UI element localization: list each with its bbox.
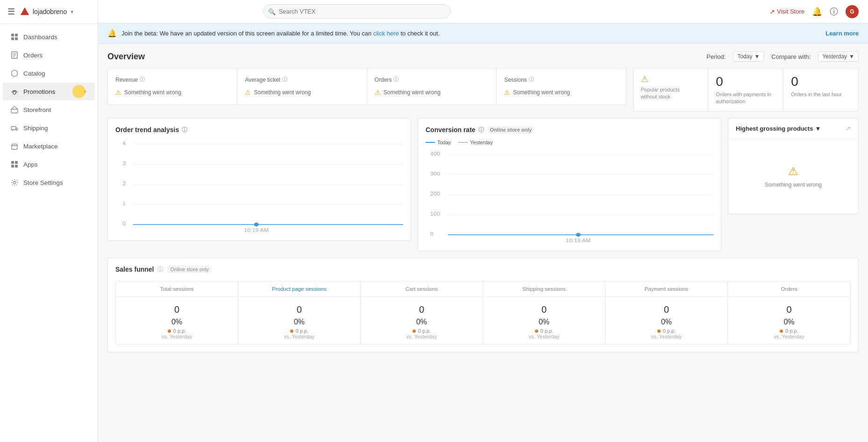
shipping-sessions-pp: 0 p.p. xyxy=(487,328,601,334)
funnel-orders-value: 0 0% 0 p.p. vs. Yesterday xyxy=(728,297,850,344)
y-label-3: 3 xyxy=(122,161,126,166)
conversion-rate-chart-area: 400 300 200 100 0 xyxy=(426,150,713,243)
beta-text-content: Join the beta: We have an updated versio… xyxy=(121,30,371,37)
conversion-rate-info-icon[interactable]: ⓘ xyxy=(478,126,484,134)
notifications-icon[interactable]: 🔔 xyxy=(812,7,822,17)
revenue-error: ⚠ Something went wrong xyxy=(115,89,229,96)
conv-x-label-time: 10:19 AM xyxy=(566,238,591,243)
sidebar-item-storefront[interactable]: Storefront xyxy=(3,101,95,119)
metric-average-ticket: Average ticket ⓘ ⚠ Something went wrong xyxy=(237,69,367,105)
metrics-row: Revenue ⓘ ⚠ Something went wrong Average… xyxy=(107,68,626,105)
period-selector[interactable]: Today ▼ xyxy=(733,51,764,62)
product-sessions-pct: 0% xyxy=(242,318,356,326)
search-icon: 🔍 xyxy=(268,8,276,15)
y-label-0-conv: 0 xyxy=(430,232,434,237)
help-icon[interactable]: ⓘ xyxy=(830,6,838,17)
y-label-0: 0 xyxy=(122,221,126,226)
funnel-col-product-sessions-header[interactable]: Product page sessions xyxy=(238,281,361,297)
product-sessions-vs: vs. Yesterday xyxy=(242,334,356,339)
catalog-icon xyxy=(10,69,19,77)
revenue-info-icon[interactable]: ⓘ xyxy=(140,76,145,83)
sidebar-item-marketplace[interactable]: Marketplace xyxy=(3,137,95,155)
highest-grossing-header: Highest grossing products ▼ ↗ xyxy=(728,119,858,139)
period-label: Period: xyxy=(706,53,726,60)
sidebar-item-apps[interactable]: Apps xyxy=(3,155,95,173)
payment-sessions-num: 0 xyxy=(609,304,724,315)
sidebar-item-store-settings[interactable]: Store Settings xyxy=(3,174,95,191)
metric-average-ticket-title: Average ticket ⓘ xyxy=(245,76,359,83)
store-chevron-icon[interactable]: ▼ xyxy=(70,9,74,14)
popular-products-metric: ⚠ Popular products without stock xyxy=(633,69,709,111)
compare-chevron-icon: ▼ xyxy=(849,53,854,60)
shipping-sessions-pct: 0% xyxy=(487,318,601,326)
orders-funnel-pct: 0% xyxy=(732,318,847,326)
orders-funnel-num: 0 xyxy=(732,304,847,315)
orders-info-icon[interactable]: ⓘ xyxy=(393,76,398,83)
sales-funnel-info-icon[interactable]: ⓘ xyxy=(157,266,163,274)
order-trend-title: Order trend analysis ⓘ xyxy=(115,126,403,134)
sidebar-item-orders[interactable]: Orders xyxy=(3,46,95,64)
search-bar-wrapper: 🔍 xyxy=(263,4,450,19)
period-value: Today xyxy=(737,53,752,60)
svg-rect-16 xyxy=(15,161,18,164)
sessions-info-icon[interactable]: ⓘ xyxy=(529,76,534,83)
search-input[interactable] xyxy=(263,4,450,19)
sidebar-item-label: Dashboards xyxy=(23,34,87,41)
svg-point-12 xyxy=(12,130,14,131)
conversion-today-dot xyxy=(576,233,581,237)
sidebar-item-label: Marketplace xyxy=(23,143,87,150)
special-metrics: ⚠ Popular products without stock 0 Order… xyxy=(633,68,859,112)
visit-store-button[interactable]: ↗ Visit Store xyxy=(769,8,804,15)
highest-grossing-content: ⚠ Something went wrong xyxy=(728,139,858,214)
store-name-label: lojadobreno xyxy=(33,8,67,15)
promotions-expand-icon: ▼ xyxy=(83,89,87,94)
settings-icon xyxy=(10,178,19,187)
sidebar-item-catalog[interactable]: Catalog xyxy=(3,64,95,82)
compare-label: Compare with: xyxy=(771,53,811,60)
cart-sessions-vs: vs. Yesterday xyxy=(364,334,479,339)
highest-grossing-title-button[interactable]: Highest grossing products ▼ xyxy=(736,125,821,132)
learn-more-button[interactable]: Learn more xyxy=(825,30,859,37)
sidebar-item-shipping[interactable]: Shipping xyxy=(3,119,95,137)
payment-sessions-pp: 0 p.p. xyxy=(609,328,724,334)
metric-orders: Orders ⓘ ⚠ Something went wrong xyxy=(367,69,497,105)
shipping-sessions-vs: vs. Yesterday xyxy=(487,334,601,339)
orders-funnel-pp: 0 p.p. xyxy=(732,328,847,334)
compare-selector[interactable]: Yesterday ▼ xyxy=(818,51,859,62)
sidebar-header: ☰ lojadobreno ▼ xyxy=(0,0,98,24)
avg-ticket-info-icon[interactable]: ⓘ xyxy=(282,76,287,83)
highest-grossing-link-icon[interactable]: ↗ xyxy=(846,125,851,132)
apps-icon xyxy=(10,160,19,168)
sidebar-item-dashboards[interactable]: Dashboards xyxy=(3,28,95,46)
hamburger-icon[interactable]: ☰ xyxy=(7,7,15,17)
conversion-rate-title: Conversion rate ⓘ Online store only xyxy=(426,126,713,134)
funnel-shipping-sessions-value: 0 0% 0 p.p. vs. Yesterday xyxy=(483,297,605,344)
dot-orange-icon xyxy=(535,330,538,333)
sessions-warning-icon: ⚠ xyxy=(504,89,510,96)
beta-click-here-link[interactable]: click here xyxy=(373,30,399,37)
highest-grossing-error: Something went wrong xyxy=(765,182,822,188)
orders-last-hour-label: Orders in the last hour xyxy=(791,91,851,98)
sidebar-item-promotions[interactable]: Promotions ▼ xyxy=(3,83,95,100)
svg-rect-1 xyxy=(11,34,14,36)
conversion-rate-chart: Conversion rate ⓘ Online store only Toda… xyxy=(418,118,721,251)
funnel-payment-sessions-value: 0 0% 0 p.p. vs. Yesterday xyxy=(605,297,728,344)
metric-sessions: Sessions ⓘ ⚠ Something went wrong xyxy=(497,69,626,105)
funnel-col-orders-header: Orders xyxy=(728,281,850,297)
x-label-time: 10:19 AM xyxy=(244,228,269,233)
sessions-error: ⚠ Something went wrong xyxy=(504,89,618,96)
svg-rect-11 xyxy=(11,126,16,130)
legend-yesterday: Yesterday xyxy=(458,140,493,145)
visit-store-label: Visit Store xyxy=(777,8,804,15)
sidebar-nav: Dashboards Orders Catalog Promotions ▼ xyxy=(0,24,98,442)
orders-warning-icon: ⚠ xyxy=(375,89,381,96)
vtex-logo[interactable]: lojadobreno ▼ xyxy=(20,7,74,17)
overview-title: Overview xyxy=(107,52,145,62)
order-trend-info-icon[interactable]: ⓘ xyxy=(182,126,187,134)
y-label-1: 1 xyxy=(122,201,126,206)
avg-ticket-warning-icon: ⚠ xyxy=(245,89,251,96)
orders-funnel-vs: vs. Yesterday xyxy=(732,334,847,339)
beta-banner: 🔔 Join the beta: We have an updated vers… xyxy=(98,23,868,44)
svg-point-9 xyxy=(13,91,16,94)
user-avatar[interactable]: G xyxy=(846,5,859,18)
